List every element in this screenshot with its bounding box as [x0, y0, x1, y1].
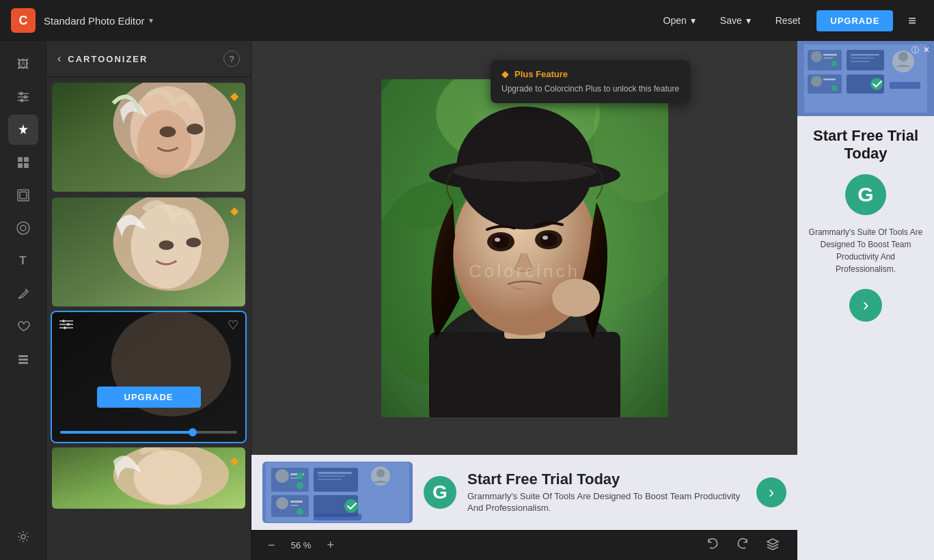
ad-banner-cta-button[interactable]: ›: [756, 477, 786, 507]
svg-point-4: [23, 96, 27, 99]
svg-rect-74: [318, 479, 342, 480]
right-ad-logo: G: [845, 174, 886, 215]
panel-title: CARTOONIZER: [68, 54, 217, 64]
svg-point-83: [811, 51, 822, 62]
progress-slider-3[interactable]: [60, 431, 237, 434]
diamond-icon-1: ◆: [230, 89, 238, 102]
canvas-watermark: Colorcinch: [469, 261, 580, 282]
app-title-group[interactable]: Standard Photo Editor ▾: [44, 15, 153, 27]
svg-point-36: [64, 326, 66, 329]
svg-point-65: [297, 482, 303, 489]
svg-point-3: [19, 92, 23, 96]
svg-rect-69: [290, 505, 299, 506]
svg-rect-99: [890, 82, 920, 89]
sidebar-item-text[interactable]: T: [8, 246, 38, 276]
diamond-icon-4: ◆: [230, 454, 238, 467]
svg-rect-14: [18, 355, 28, 357]
svg-rect-73: [318, 475, 345, 477]
svg-point-23: [187, 124, 203, 135]
effect-thumb-4[interactable]: ◆: [52, 447, 245, 509]
effect-thumb-3[interactable]: ♡ UPGRADE: [52, 312, 245, 442]
sidebar-item-settings[interactable]: [8, 522, 38, 552]
svg-point-5: [20, 99, 23, 102]
sidebar-item-image[interactable]: 🖼: [8, 49, 38, 79]
right-ad-sidebar: ✕ ⓘ: [797, 41, 934, 560]
svg-rect-80: [314, 514, 361, 520]
svg-rect-84: [823, 54, 837, 56]
ad-logo: G: [424, 476, 456, 509]
canvas-artwork: [381, 79, 668, 417]
svg-rect-68: [290, 501, 303, 503]
svg-rect-91: [847, 50, 884, 70]
svg-point-62: [275, 469, 289, 483]
svg-point-55: [495, 238, 500, 242]
svg-point-27: [159, 240, 174, 250]
tooltip-feature-name: Plus Feature: [514, 69, 568, 79]
reset-button[interactable]: Reset: [767, 11, 809, 30]
sidebar-item-frames[interactable]: [8, 180, 38, 210]
bottom-bar: − 56 % +: [251, 530, 797, 560]
right-ad-top-visual: ✕ ⓘ: [797, 41, 934, 116]
effect-thumb-1[interactable]: ◆: [52, 83, 245, 192]
heart-icon-3[interactable]: ♡: [228, 318, 238, 333]
svg-rect-11: [20, 192, 27, 199]
svg-rect-94: [851, 61, 870, 62]
canvas-area: ◆ Plus Feature Upgrade to Colorcinch Plu…: [251, 41, 797, 560]
svg-rect-9: [24, 163, 29, 168]
svg-point-21: [137, 110, 192, 178]
undo-button[interactable]: [699, 534, 726, 557]
svg-point-17: [21, 535, 25, 539]
sidebar-item-draw[interactable]: [8, 279, 38, 309]
ad-banner-bottom: G Start Free Trial Today Grammarly's Sui…: [251, 455, 797, 530]
sidebar-item-elements[interactable]: [8, 148, 38, 178]
app-logo: C: [11, 8, 36, 33]
zoom-in-button[interactable]: +: [322, 538, 340, 552]
upgrade-overlay: [52, 312, 245, 442]
help-button[interactable]: ?: [223, 51, 240, 67]
svg-point-57: [540, 233, 557, 247]
icon-sidebar: 🖼: [0, 41, 46, 560]
right-ad-headline: Start Free Trial Today: [807, 127, 924, 163]
upgrade-button[interactable]: UPGRADE: [816, 10, 893, 31]
effect-thumb-2[interactable]: ◆: [52, 197, 245, 307]
zoom-out-button[interactable]: −: [262, 538, 281, 552]
sidebar-item-layers[interactable]: [8, 344, 38, 374]
open-button[interactable]: Open ▾: [655, 11, 704, 30]
svg-point-96: [870, 78, 883, 90]
hamburger-menu-button[interactable]: ≡: [901, 9, 923, 33]
sidebar-item-adjustments[interactable]: [8, 82, 38, 112]
svg-point-76: [344, 499, 358, 513]
upgrade-card-button[interactable]: UPGRADE: [96, 387, 200, 408]
svg-rect-47: [429, 332, 620, 417]
layers-button[interactable]: [759, 534, 786, 557]
back-button[interactable]: ‹: [57, 53, 61, 65]
svg-rect-6: [18, 157, 23, 162]
svg-point-58: [542, 236, 548, 240]
svg-point-54: [493, 235, 509, 249]
sidebar-item-favorites[interactable]: [8, 311, 38, 341]
svg-point-12: [17, 222, 29, 234]
sidebar-item-effects[interactable]: [8, 115, 38, 145]
sidebar-item-camera[interactable]: [8, 213, 38, 243]
svg-rect-8: [18, 163, 23, 168]
bottom-right-controls: [699, 534, 786, 557]
svg-rect-85: [823, 57, 833, 59]
redo-button[interactable]: [729, 534, 756, 557]
svg-rect-93: [851, 57, 874, 59]
svg-rect-89: [823, 79, 836, 81]
svg-point-90: [832, 85, 837, 91]
svg-point-13: [20, 225, 26, 231]
open-dropdown-arrow: ▾: [691, 15, 696, 26]
ad-banner-text: Start Free Trial Today Grammarly's Suite…: [467, 471, 745, 514]
right-ad-content: Start Free Trial Today G Grammarly's Sui…: [797, 116, 934, 560]
svg-point-28: [186, 238, 201, 247]
main-layout: 🖼: [0, 41, 934, 560]
ad-banner-left-visual: [262, 462, 413, 523]
svg-point-70: [297, 508, 303, 515]
save-button[interactable]: Save ▾: [712, 11, 759, 30]
right-ad-close-button[interactable]: ✕: [923, 45, 930, 55]
right-ad-description: Grammarly's Suite Of Tools Are Designed …: [807, 226, 924, 275]
save-dropdown-arrow: ▾: [746, 15, 751, 26]
right-ad-cta-button[interactable]: ›: [849, 289, 882, 322]
svg-point-22: [159, 126, 176, 137]
